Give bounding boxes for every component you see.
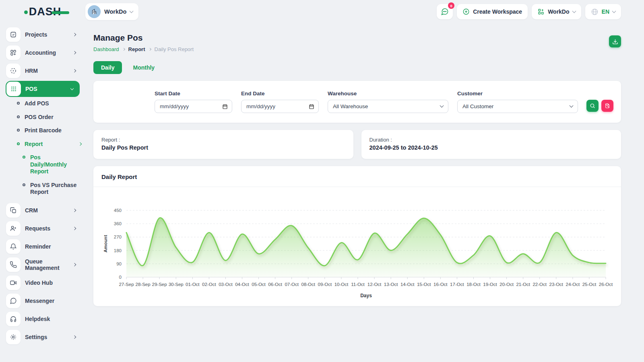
sidebar-item-accounting[interactable]: Accounting [6, 45, 80, 61]
sidebar-label: CRM [25, 207, 69, 214]
workspace-selector[interactable]: WorkDo [85, 3, 138, 20]
breadcrumb: Dashboard Report Daily Pos Report [93, 46, 194, 52]
sidebar-sublabel: POS Order [25, 114, 54, 121]
chevron-right-icon [78, 142, 82, 145]
customer-select[interactable]: All Customer [457, 100, 578, 113]
sidebar-item-report[interactable]: Report [0, 141, 85, 148]
duration-summary-card: Duration : 2024-09-25 to 2024-10-25 [361, 130, 621, 159]
sidebar-item-pos-vs-purchase-report[interactable]: Pos VS Purchase Report [0, 182, 85, 196]
sidebar-sublabel: Pos VS Purchase Report [30, 182, 78, 196]
sidebar-item-settings[interactable]: Settings [6, 329, 80, 345]
svg-text:0: 0 [119, 275, 122, 280]
check-square-icon [6, 27, 21, 42]
svg-text:21-Oct: 21-Oct [516, 282, 530, 287]
sidebar-item-pos-daily-monthly-report[interactable]: Pos Daily/Monthly Report [0, 154, 85, 175]
sidebar-label: Projects [25, 31, 69, 38]
bell-icon [6, 239, 21, 254]
svg-text:30-Sep: 30-Sep [169, 282, 184, 287]
bullet-icon [17, 115, 20, 118]
sidebar-item-hrm[interactable]: HRM [6, 63, 80, 79]
svg-text:19-Oct: 19-Oct [483, 282, 497, 287]
sidebar-item-helpdesk[interactable]: Helpdesk [6, 311, 80, 327]
chevron-right-icon [122, 48, 125, 51]
sidebar-item-queue-management[interactable]: Queue Management [6, 257, 80, 273]
search-icon [590, 103, 595, 109]
chevron-right-icon [73, 69, 76, 72]
calendar-icon[interactable] [222, 104, 228, 109]
brand-logo[interactable]: DASH [24, 6, 62, 17]
chat-bubble-icon [6, 294, 21, 308]
svg-text:22-Oct: 22-Oct [533, 282, 547, 287]
svg-text:20-Oct: 20-Oct [500, 282, 514, 287]
start-date-input[interactable]: mm/dd/yyyy [155, 100, 232, 113]
sidebar-item-requests[interactable]: Requests [6, 220, 80, 237]
clear-filter-icon [605, 103, 610, 109]
sidebar-item-projects[interactable]: Projects [6, 27, 80, 43]
svg-text:90: 90 [116, 261, 122, 266]
copy-squares-icon [6, 203, 21, 218]
sidebar-item-add-pos[interactable]: Add POS [0, 100, 85, 107]
svg-text:01-Oct: 01-Oct [186, 282, 200, 287]
svg-text:11-Oct: 11-Oct [351, 282, 365, 287]
sidebar-item-pos[interactable]: POS [6, 81, 80, 97]
sidebar-item-crm[interactable]: CRM [6, 202, 80, 218]
end-date-placeholder: mm/dd/yyyy [246, 103, 309, 109]
svg-text:27-Sep: 27-Sep [119, 282, 134, 287]
sidebar-label: Video Hub [25, 280, 78, 286]
start-date-label: Start Date [155, 90, 232, 97]
chevron-down-icon [130, 9, 134, 13]
workspace-switch[interactable]: WorkDo [532, 4, 581, 19]
chevron-right-icon [73, 208, 76, 212]
grid-plus-icon [537, 8, 545, 15]
language-label: EN [602, 8, 609, 15]
svg-text:Amount: Amount [103, 235, 108, 253]
svg-text:24-Oct: 24-Oct [566, 282, 580, 287]
sidebar-item-reminder[interactable]: Reminder [6, 239, 80, 255]
svg-text:09-Oct: 09-Oct [318, 282, 332, 287]
sidebar-label: Accounting [25, 49, 69, 56]
workspace-avatar [88, 5, 101, 18]
dots-grid-icon [6, 82, 21, 96]
breadcrumb-report[interactable]: Report [128, 46, 145, 52]
workspace-switch-label: WorkDo [548, 8, 569, 15]
dashed-circle-icon [6, 64, 21, 78]
svg-text:06-Oct: 06-Oct [268, 282, 282, 287]
chevron-right-icon [73, 335, 76, 338]
daily-report-chart: 09018027036045027-Sep28-Sep29-Sep30-Sep0… [101, 193, 613, 302]
messages-button[interactable]: 0 [437, 4, 453, 19]
svg-text:17-Oct: 17-Oct [450, 282, 464, 287]
building-icon [91, 8, 98, 15]
user-plus-icon [6, 221, 21, 236]
filter-panel: Start Date mm/dd/yyyy End Date mm/dd/yyy… [93, 81, 621, 123]
end-date-input[interactable]: mm/dd/yyyy [241, 100, 319, 113]
sidebar-label: POS [25, 86, 66, 92]
chevron-right-icon [73, 33, 76, 36]
language-selector[interactable]: EN [585, 4, 621, 19]
warehouse-select[interactable]: All Warehouse [328, 100, 448, 113]
sidebar-sublabel: Add POS [25, 100, 49, 107]
svg-text:10-Oct: 10-Oct [334, 282, 349, 287]
tab-monthly[interactable]: Monthly [125, 61, 162, 74]
breadcrumb-dashboard[interactable]: Dashboard [93, 46, 119, 52]
chevron-down-icon [570, 104, 574, 108]
create-workspace-button[interactable]: Create Workspace [457, 4, 528, 19]
sidebar-item-pos-order[interactable]: POS Order [0, 114, 85, 121]
sidebar-item-video-hub[interactable]: Video Hub [6, 275, 80, 291]
page-title: Manage Pos [93, 33, 194, 43]
logo-dot-icon [24, 10, 28, 14]
top-bar: DASH WorkDo 0 Create Workspace [0, 0, 644, 23]
search-button[interactable] [586, 100, 599, 112]
calendar-icon[interactable] [309, 104, 314, 109]
report-summary-card: Report : Daily Pos Report [93, 130, 353, 159]
sidebar-item-print-barcode[interactable]: Print Barcode [0, 127, 85, 134]
sidebar-item-messenger[interactable]: Messenger [6, 293, 80, 309]
report-label: Report : [101, 137, 345, 143]
sidebar-label: Reminder [25, 243, 78, 250]
svg-text:25-Oct: 25-Oct [582, 282, 597, 287]
svg-text:270: 270 [114, 234, 122, 239]
tab-daily[interactable]: Daily [93, 61, 122, 74]
reset-filter-button[interactable] [601, 100, 613, 112]
download-button[interactable] [609, 35, 621, 47]
svg-text:07-Oct: 07-Oct [285, 282, 299, 287]
globe-icon [591, 8, 599, 16]
